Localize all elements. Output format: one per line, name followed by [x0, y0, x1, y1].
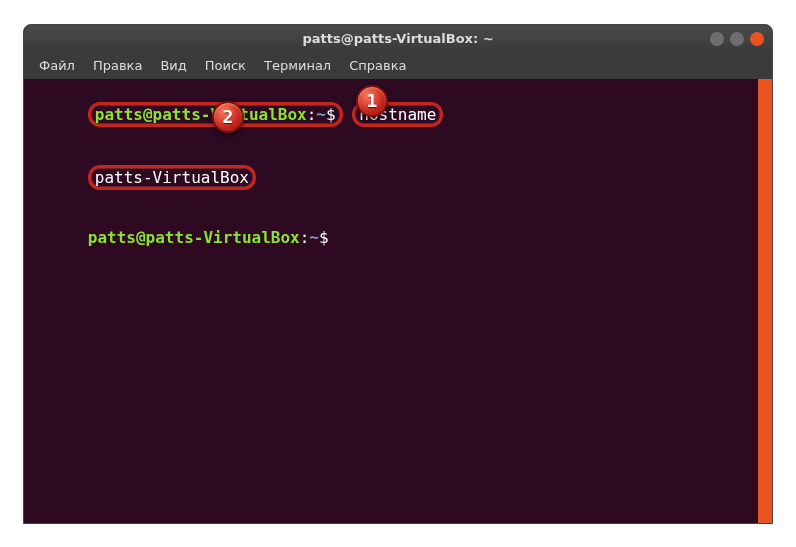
titlebar[interactable]: patts@patts-VirtualBox: ~ — [24, 25, 772, 53]
callout-number: 2 — [223, 107, 234, 126]
menu-view[interactable]: Вид — [151, 54, 195, 77]
menubar: Файл Правка Вид Поиск Терминал Справка — [24, 53, 772, 79]
terminal-line: patts-VirtualBox — [30, 146, 752, 209]
terminal-line: patts@patts-VirtualBox:~$ — [30, 209, 752, 266]
annotation-callout-2: 2 — [212, 101, 244, 133]
output-text: patts-VirtualBox — [95, 168, 249, 187]
prompt-user-host: patts@patts-VirtualBox — [88, 228, 300, 247]
menu-terminal[interactable]: Терминал — [255, 54, 340, 77]
terminal-body[interactable]: patts@patts-VirtualBox:~$ hostname patts… — [24, 79, 772, 523]
close-icon[interactable] — [750, 32, 764, 46]
menu-help[interactable]: Справка — [340, 54, 415, 77]
prompt-sep: : — [307, 105, 317, 124]
prompt-sep: : — [300, 228, 310, 247]
annotation-highlight: patts-VirtualBox — [88, 165, 256, 190]
maximize-icon[interactable] — [730, 32, 744, 46]
menu-search[interactable]: Поиск — [196, 54, 255, 77]
prompt-path: ~ — [316, 105, 326, 124]
menu-file[interactable]: Файл — [30, 54, 84, 77]
annotation-callout-1: 1 — [356, 85, 388, 117]
minimize-icon[interactable] — [710, 32, 724, 46]
window-title: patts@patts-VirtualBox: ~ — [302, 31, 493, 46]
prompt-user-host: patts@patts-VirtualBox — [95, 105, 307, 124]
terminal-window: patts@patts-VirtualBox: ~ Файл Правка Ви… — [23, 24, 773, 524]
prompt-symbol: $ — [326, 105, 336, 124]
menu-edit[interactable]: Правка — [84, 54, 151, 77]
callout-number: 1 — [367, 91, 378, 110]
terminal-line: patts@patts-VirtualBox:~$ hostname — [30, 83, 752, 146]
window-controls — [710, 32, 764, 46]
prompt-path: ~ — [309, 228, 319, 247]
prompt-symbol: $ — [319, 228, 329, 247]
